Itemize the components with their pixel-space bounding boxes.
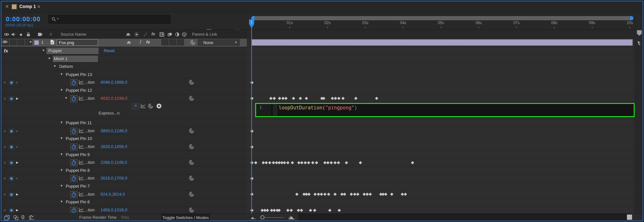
- keyframe-diamond[interactable]: ◆: [338, 208, 341, 212]
- keyframe-diamond[interactable]: ◆: [343, 192, 346, 196]
- include-in-graph-editor-icon[interactable]: [79, 128, 84, 133]
- keyframe-diamond[interactable]: ◆: [290, 208, 293, 212]
- group-name[interactable]: Puppet Pin 10: [66, 136, 92, 141]
- property-value[interactable]: 4046,0,1666,0: [101, 80, 127, 85]
- keyframe-diamond[interactable]: ◆: [292, 96, 295, 100]
- group-expand-chevron-icon[interactable]: ▾: [61, 72, 62, 76]
- row-track-cell[interactable]: [247, 151, 635, 159]
- keyframe-diamond[interactable]: ◆: [266, 208, 269, 212]
- keyframe-diamond[interactable]: ◆: [337, 160, 340, 164]
- property-name[interactable]: ...tion: [84, 176, 95, 180]
- render-time-snail-icon[interactable]: [28, 215, 35, 220]
- current-time-display[interactable]: 0:00:00:00: [6, 15, 41, 23]
- row-track-cell[interactable]: [247, 87, 635, 95]
- column-source-name[interactable]: Source Name: [61, 32, 86, 37]
- group-name[interactable]: Puppet Pin 9: [66, 152, 90, 157]
- group-expand-chevron-icon[interactable]: ▾: [61, 152, 62, 156]
- keyframe-diamond[interactable]: ◆: [250, 160, 254, 164]
- keyframe-diamond[interactable]: ◆: [250, 208, 254, 212]
- playhead-handle[interactable]: [248, 19, 255, 28]
- keyframe-diamond[interactable]: ◆: [333, 160, 337, 164]
- keyframe-diamond[interactable]: ◆: [320, 192, 323, 196]
- previous-keyframe-arrow-icon[interactable]: ◀: [3, 177, 5, 180]
- group-expand-chevron-icon[interactable]: ▾: [61, 168, 62, 172]
- keyframe-at-current-time-toggle[interactable]: ◆: [8, 80, 14, 86]
- include-in-graph-editor-icon[interactable]: [79, 160, 84, 165]
- effect-expand-chevron-icon[interactable]: ▾: [43, 48, 44, 52]
- layer-switch-well[interactable]: [161, 39, 168, 45]
- keyframe-diamond[interactable]: ◆: [323, 192, 326, 196]
- layer-switch-well[interactable]: [169, 39, 176, 45]
- expression-code[interactable]: loopOutDuration("pingpong"): [279, 105, 357, 111]
- row-track-cell[interactable]: [247, 182, 635, 190]
- group-name[interactable]: Deform: [59, 64, 73, 69]
- keyframe-diamond[interactable]: ◆: [268, 160, 271, 164]
- zoom-in-mountain-icon[interactable]: [288, 215, 296, 219]
- keyframe-diamond[interactable]: ◆: [250, 80, 254, 84]
- layer-label-color-swatch[interactable]: [34, 40, 39, 45]
- layer-expand-chevron-icon[interactable]: ▾: [30, 40, 32, 44]
- keyframe-diamond[interactable]: ◆: [375, 96, 378, 100]
- keyframe-diamond[interactable]: ◆: [350, 192, 353, 196]
- keyframe-at-current-time-toggle[interactable]: ◆: [8, 160, 14, 166]
- property-value[interactable]: 4032,0,1036,0: [101, 96, 127, 101]
- effect-reset-link[interactable]: Reset: [104, 48, 115, 53]
- property-name[interactable]: ...tion: [84, 144, 95, 149]
- search-input[interactable]: ▾: [48, 15, 171, 24]
- keyframe-diamond[interactable]: ◆: [309, 208, 312, 212]
- keyframe-diamond[interactable]: ◆: [337, 96, 341, 100]
- row-track-cell[interactable]: ◆: [247, 127, 635, 135]
- previous-keyframe-arrow-icon[interactable]: ◀: [3, 161, 5, 164]
- effect-name[interactable]: Puppet: [48, 48, 62, 53]
- stopwatch-icon[interactable]: [70, 79, 77, 86]
- row-track-cell[interactable]: [247, 198, 635, 206]
- column-parent-link[interactable]: Parent & Link: [192, 32, 217, 37]
- previous-keyframe-arrow-icon[interactable]: ◀: [3, 81, 5, 84]
- property-pickwhip-icon[interactable]: [189, 96, 194, 101]
- keyframe-diamond[interactable]: ◆: [250, 144, 254, 149]
- layer-visibility-well[interactable]: [2, 39, 9, 45]
- keyframe-at-current-time-toggle[interactable]: ◆: [8, 96, 14, 102]
- stopwatch-icon[interactable]: [70, 191, 77, 198]
- toggle-switches-modes-button[interactable]: Toggle Switches / Modes: [161, 214, 210, 221]
- property-name[interactable]: ...tion: [84, 208, 95, 212]
- group-name[interactable]: Mesh 1: [54, 56, 68, 61]
- expand-layer-switches-icon[interactable]: [4, 215, 10, 220]
- property-value[interactable]: 924,0,2814,0: [101, 192, 125, 197]
- keyframe-diamond[interactable]: ◆: [384, 192, 387, 196]
- include-in-graph-editor-icon[interactable]: [79, 96, 84, 101]
- parent-pickwhip-icon[interactable]: [190, 40, 196, 45]
- keyframe-diamond[interactable]: ◆: [315, 160, 318, 164]
- keyframe-diamond[interactable]: ◆: [328, 208, 332, 212]
- keyframe-at-current-time-toggle[interactable]: ◆: [8, 176, 14, 181]
- keyframe-diamond[interactable]: ◆: [369, 192, 372, 196]
- layer-duration-bar[interactable]: [251, 39, 633, 46]
- property-pickwhip-icon[interactable]: [189, 160, 194, 165]
- include-in-graph-editor-icon[interactable]: [79, 80, 84, 85]
- work-area-bar[interactable]: [251, 16, 633, 20]
- row-track-cell[interactable]: [247, 55, 635, 63]
- row-track-cell[interactable]: ◆◆◆◆◆◆◆◆◆◆◆◆◆◆◆◆◆◆◆◆◆◆◆◆◆: [247, 190, 635, 199]
- group-expand-chevron-icon[interactable]: ▾: [61, 199, 62, 204]
- expand-in-out-panes-icon[interactable]: {}: [21, 214, 24, 219]
- property-value[interactable]: 2268,0,1148,0: [101, 160, 127, 165]
- keyframe-diamond[interactable]: ◆: [334, 96, 337, 100]
- keyframe-diamond[interactable]: ◆: [330, 160, 333, 164]
- expression-editor[interactable]: 1loopOutDuration("pingpong"): [255, 103, 635, 117]
- next-keyframe-arrow-icon[interactable]: ▶: [16, 97, 18, 100]
- expression-enable-icon[interactable]: =: [132, 103, 139, 109]
- keyframe-diamond[interactable]: ◆: [307, 160, 310, 164]
- group-name[interactable]: Puppet Pin 8: [66, 168, 90, 173]
- row-track-cell[interactable]: ◆: [247, 143, 635, 151]
- keyframe-diamond[interactable]: ◆: [313, 192, 317, 196]
- property-value[interactable]: 1456,0,1316,0: [101, 208, 127, 212]
- keyframe-diamond[interactable]: ◆: [341, 96, 345, 100]
- row-track-cell[interactable]: 1loopOutDuration("pingpong"): [247, 102, 635, 119]
- next-keyframe-arrow-icon[interactable]: ▶: [16, 177, 18, 180]
- stopwatch-icon[interactable]: [70, 95, 77, 102]
- keyframe-at-current-time-toggle[interactable]: ◆: [8, 192, 14, 198]
- keyframe-diamond[interactable]: ◆: [359, 160, 362, 164]
- group-expand-chevron-icon[interactable]: ▾: [61, 88, 62, 92]
- keyframe-diamond[interactable]: ◆: [299, 96, 302, 100]
- group-name[interactable]: Puppet Pin 6: [66, 199, 90, 204]
